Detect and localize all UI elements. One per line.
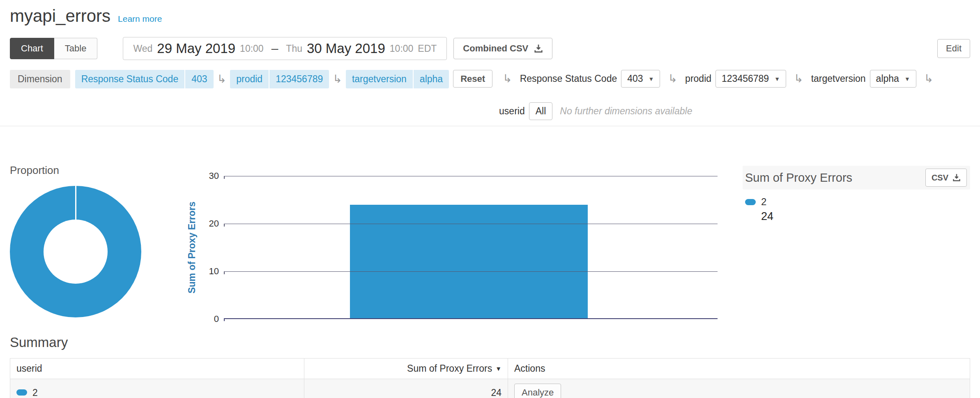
timezone-label: EDT	[418, 43, 437, 54]
selected-value: 123456789	[722, 73, 769, 84]
end-date: 30 May 2019	[307, 41, 385, 56]
chevron-down-icon: ▼	[904, 76, 910, 82]
dimension-chip-targetversion[interactable]: targetversion alpha	[346, 70, 449, 88]
selector-name-userid: userid	[499, 106, 525, 117]
legend-title: Sum of Proxy Errors	[745, 171, 852, 185]
end-time: 10:00	[390, 43, 414, 54]
table-row: 2 24 Analyze	[10, 379, 970, 398]
table-view-button[interactable]: Table	[54, 38, 98, 59]
selector-dropdown-prodid[interactable]: 123456789 ▼	[715, 70, 786, 88]
dimension-bar: Dimension Response Status Code 403 ↳ pro…	[10, 70, 970, 120]
y-tick-label: 20	[191, 218, 219, 229]
chip-name: Response Status Code	[75, 70, 185, 88]
chip-value: 123456789	[269, 70, 329, 88]
legend-item-value: 24	[761, 210, 970, 223]
chevron-down-icon: ▼	[774, 76, 780, 82]
sort-down-icon: ▼	[495, 365, 502, 372]
selector-name-prodid: prodid	[685, 73, 711, 84]
summary-heading: Summary	[10, 334, 970, 351]
selector-dropdown-response-status-code[interactable]: 403 ▼	[621, 70, 660, 88]
chip-name: prodid	[230, 70, 269, 88]
proportion-donut[interactable]	[10, 186, 141, 317]
page-title: myapi_errors	[10, 7, 110, 25]
row-swatch	[16, 389, 27, 396]
selector-name-response-status-code: Response Status Code	[520, 73, 617, 84]
level-down-arrow-icon: ↳	[333, 74, 342, 85]
legend-header: Sum of Proxy Errors CSV	[743, 166, 970, 190]
chart-view-button[interactable]: Chart	[10, 38, 54, 59]
column-header-sum-label: Sum of Proxy Errors	[407, 363, 492, 374]
y-axis-title: Sum of Proxy Errors	[186, 201, 198, 294]
column-header-userid: userid	[10, 359, 304, 379]
toolbar: Chart Table Wed 29 May 2019 10:00 – Thu …	[10, 37, 970, 60]
y-tick-label: 30	[191, 171, 219, 181]
download-icon	[952, 174, 961, 182]
combined-csv-button[interactable]: Combined CSV	[453, 38, 552, 59]
selector-userid-all[interactable]: All	[529, 102, 553, 120]
selector-name-targetversion: targetversion	[811, 73, 866, 84]
cell-actions: Analyze	[508, 379, 970, 398]
selector-dropdown-targetversion[interactable]: alpha ▼	[870, 70, 916, 88]
legend-swatch	[745, 199, 756, 205]
summary-table: userid Sum of Proxy Errors▼ Actions 2 24…	[10, 358, 970, 398]
dimension-chip-prodid[interactable]: prodid 123456789	[230, 70, 329, 88]
legend-item[interactable]: 2	[745, 196, 970, 208]
date-range-separator: –	[271, 42, 278, 56]
level-down-arrow-icon: ↳	[794, 73, 803, 84]
start-time: 10:00	[240, 43, 264, 54]
dimension-selectors: ↳ Response Status Code 403 ▼ ↳ prodid 12…	[499, 70, 970, 120]
gridline	[224, 176, 718, 176]
level-down-arrow-icon: ↳	[217, 74, 227, 85]
download-icon	[534, 44, 543, 53]
level-down-arrow-icon: ↳	[503, 73, 512, 84]
applied-dimension-chips: Response Status Code 403 ↳ prodid 123456…	[75, 70, 449, 88]
charts-section: Proportion Sum of Proxy Errors Sum of Pr…	[10, 126, 970, 332]
gridline	[224, 271, 718, 272]
reset-button[interactable]: Reset	[453, 70, 492, 88]
csv-label: CSV	[932, 173, 948, 183]
bar-plot	[224, 176, 718, 319]
cell-userid: 2	[10, 379, 304, 398]
level-down-arrow-icon: ↳	[924, 73, 934, 84]
page: myapi_errors Learn more Chart Table Wed …	[0, 0, 980, 398]
dimension-chip-response-status-code[interactable]: Response Status Code 403	[75, 70, 214, 88]
level-down-arrow-icon: ↳	[668, 73, 677, 84]
header: myapi_errors Learn more	[10, 7, 970, 25]
bar-rect[interactable]	[350, 205, 588, 318]
column-header-actions: Actions	[508, 359, 970, 379]
donut-slice-divider	[75, 186, 76, 252]
table-header-row: userid Sum of Proxy Errors▼ Actions	[10, 359, 970, 379]
combined-csv-label: Combined CSV	[463, 43, 528, 54]
proportion-title: Proportion	[10, 164, 59, 177]
csv-button[interactable]: CSV	[925, 169, 967, 187]
legend-item-label: 2	[761, 196, 766, 208]
y-tick-label: 10	[191, 266, 219, 277]
view-toggle: Chart Table	[10, 38, 97, 59]
start-day: Wed	[133, 43, 152, 54]
end-day: Thu	[286, 43, 302, 54]
analyze-button[interactable]: Analyze	[514, 384, 561, 398]
no-more-dimensions-note: No further dimensions available	[560, 106, 692, 117]
chevron-down-icon: ▼	[649, 76, 654, 82]
cell-sum: 24	[304, 379, 508, 398]
start-date: 29 May 2019	[157, 41, 235, 56]
chip-name: targetversion	[346, 70, 413, 88]
gridline	[224, 318, 718, 319]
column-header-sum[interactable]: Sum of Proxy Errors▼	[304, 359, 508, 379]
edit-button[interactable]: Edit	[937, 39, 970, 58]
selected-value: 403	[627, 73, 643, 84]
legend-panel: Sum of Proxy Errors CSV 2 24	[743, 166, 970, 223]
learn-more-link[interactable]: Learn more	[118, 14, 162, 23]
date-range-picker[interactable]: Wed 29 May 2019 10:00 – Thu 30 May 2019 …	[123, 37, 447, 60]
y-tick-label: 0	[191, 314, 219, 324]
gridline	[224, 224, 718, 224]
selected-value: alpha	[876, 73, 899, 84]
chip-value: 403	[185, 70, 213, 88]
row-userid-label: 2	[32, 387, 38, 398]
chip-value: alpha	[414, 70, 449, 88]
dimension-label: Dimension	[10, 70, 70, 88]
